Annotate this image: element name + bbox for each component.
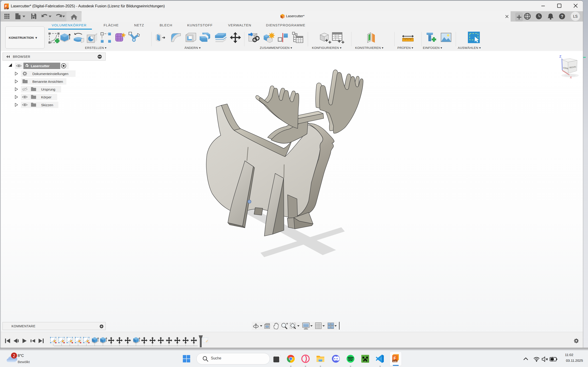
svg-text:2: 2: [13, 353, 15, 358]
svg-text:FUS: FUS: [393, 360, 397, 362]
svg-text:F: F: [393, 356, 396, 361]
svg-text:F: F: [5, 4, 7, 8]
svg-text:FUS: FUS: [5, 8, 7, 10]
svg-text:X: X: [570, 76, 572, 79]
svg-text:Z: Z: [559, 54, 561, 58]
svg-text:LS: LS: [573, 15, 578, 18]
svg-text:?: ?: [561, 14, 563, 19]
